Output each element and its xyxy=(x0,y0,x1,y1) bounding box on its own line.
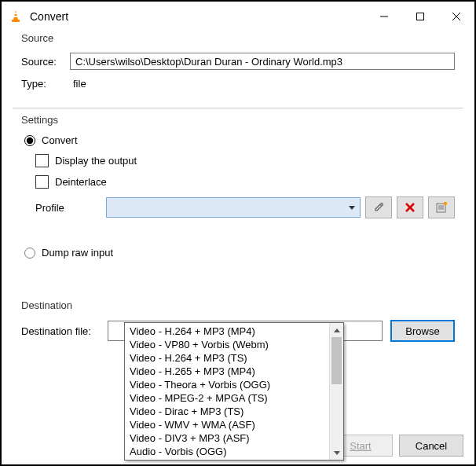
source-group: Source Source: Type: file xyxy=(13,38,463,101)
deinterlace-label: Deinterlace xyxy=(55,176,107,188)
scroll-up-button[interactable] xyxy=(330,323,343,337)
svg-rect-2 xyxy=(13,16,18,17)
source-label: Source: xyxy=(21,56,70,68)
browse-button[interactable]: Browse xyxy=(390,320,455,342)
destination-legend: Destination xyxy=(18,299,75,311)
profile-option[interactable]: Video - DIV3 + MP3 (ASF) xyxy=(125,431,329,445)
titlebar: Convert xyxy=(2,2,474,31)
new-profile-button[interactable] xyxy=(428,196,455,218)
dump-raw-radio-input[interactable] xyxy=(24,248,35,259)
dialog-footer: Start Cancel xyxy=(328,435,463,457)
minimize-button[interactable] xyxy=(366,2,402,31)
convert-radio[interactable]: Convert xyxy=(24,134,455,146)
profile-option[interactable]: Video - H.265 + MP3 (MP4) xyxy=(125,365,329,378)
source-input[interactable] xyxy=(70,53,455,70)
svg-point-14 xyxy=(444,202,447,205)
source-legend: Source xyxy=(18,32,57,44)
profile-label: Profile xyxy=(35,202,106,214)
checkbox-box xyxy=(35,175,49,189)
display-output-checkbox[interactable]: Display the output xyxy=(35,154,455,167)
svg-rect-4 xyxy=(417,13,424,20)
deinterlace-checkbox[interactable]: Deinterlace xyxy=(35,175,455,189)
svg-rect-0 xyxy=(12,20,20,22)
profile-option[interactable]: Video - WMV + WMA (ASF) xyxy=(125,418,329,431)
profile-dropdown-list[interactable]: Video - H.264 + MP3 (MP4)Video - VP80 + … xyxy=(124,322,344,460)
scroll-down-button[interactable] xyxy=(330,446,343,460)
vlc-icon xyxy=(8,9,24,24)
convert-dialog: Convert Source Source: Type: file Settin… xyxy=(2,2,474,464)
svg-point-7 xyxy=(380,203,383,206)
convert-radio-label: Convert xyxy=(42,134,78,146)
window-title: Convert xyxy=(30,10,366,23)
dump-raw-label: Dump raw input xyxy=(42,247,113,259)
svg-rect-1 xyxy=(14,13,17,14)
profile-option[interactable]: Video - VP80 + Vorbis (Webm) xyxy=(125,338,329,351)
scrollbar-thumb[interactable] xyxy=(331,337,342,384)
settings-group: Settings Convert Display the output Dein… xyxy=(13,119,463,299)
profile-option[interactable]: Video - Dirac + MP3 (TS) xyxy=(125,405,329,418)
profile-option[interactable]: Audio - Vorbis (OGG) xyxy=(125,445,329,458)
window-controls xyxy=(366,2,474,31)
cancel-button[interactable]: Cancel xyxy=(399,435,463,457)
checkbox-box xyxy=(35,154,49,167)
profile-option[interactable]: Video - MPEG-2 + MPGA (TS) xyxy=(125,391,329,405)
edit-profile-button[interactable] xyxy=(365,196,392,218)
convert-radio-input[interactable] xyxy=(24,135,35,146)
profile-combobox[interactable] xyxy=(106,197,361,218)
profile-options-container: Video - H.264 + MP3 (MP4)Video - VP80 + … xyxy=(125,323,329,460)
chevron-down-icon xyxy=(349,206,355,210)
dump-raw-radio[interactable]: Dump raw input xyxy=(24,247,455,259)
scrollbar[interactable] xyxy=(329,323,343,460)
profile-option[interactable]: Video - H.264 + MP3 (MP4) xyxy=(125,325,329,338)
type-label: Type: xyxy=(21,78,70,90)
divider xyxy=(13,108,463,108)
type-value: file xyxy=(70,78,86,90)
profile-option[interactable]: Video - H.264 + MP3 (TS) xyxy=(125,351,329,365)
destination-file-label: Destination file: xyxy=(21,325,108,337)
delete-profile-button[interactable] xyxy=(397,196,423,218)
profile-option[interactable]: Video - Theora + Vorbis (OGG) xyxy=(125,378,329,391)
settings-legend: Settings xyxy=(18,114,61,126)
scrollbar-track[interactable] xyxy=(330,337,343,446)
close-button[interactable] xyxy=(438,2,474,31)
display-output-label: Display the output xyxy=(55,155,137,167)
maximize-button[interactable] xyxy=(402,2,438,31)
